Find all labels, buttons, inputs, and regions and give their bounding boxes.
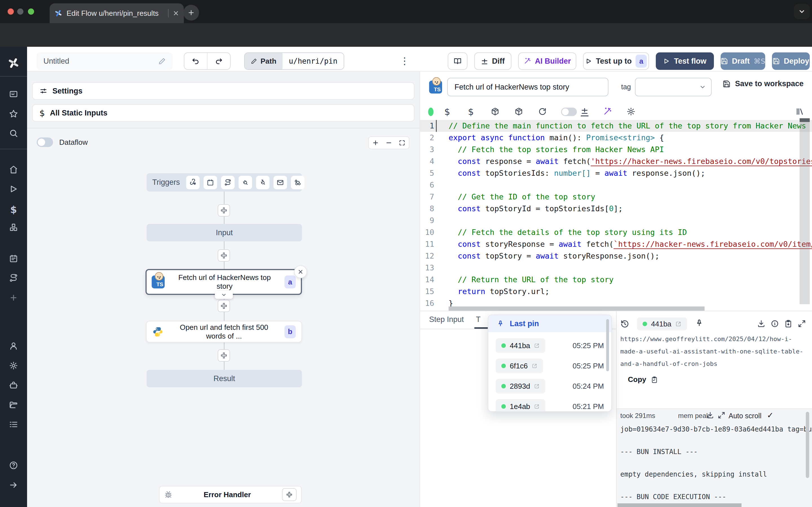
tag-select[interactable] <box>635 78 712 96</box>
sidebar-item-home[interactable] <box>0 165 27 174</box>
pin-result-icon[interactable] <box>695 319 703 327</box>
last-pin-option[interactable]: Last pin <box>488 315 611 332</box>
input-node[interactable]: Input <box>147 224 302 241</box>
pin-history-item[interactable]: 6f1c605:25 PM <box>488 356 611 376</box>
logs-vertical-scrollbar[interactable] <box>806 412 809 478</box>
add-step-button[interactable] <box>218 349 230 362</box>
flow-node-b[interactable]: Open url and fetch first 500 words of ..… <box>146 321 302 342</box>
error-handler-node[interactable]: Error Handler <box>159 486 302 503</box>
external-link-icon[interactable] <box>534 343 540 348</box>
add-step-button[interactable] <box>218 204 230 217</box>
copy-json-clipboard-icon[interactable] <box>784 320 793 328</box>
zoom-in-icon[interactable] <box>372 139 379 146</box>
add-error-handler-button[interactable] <box>282 488 297 501</box>
code-line[interactable]: 4 const response = await fetch('https://… <box>420 156 812 167</box>
sidebar-item-resources[interactable] <box>0 223 27 232</box>
sidebar-expand-icon[interactable] <box>0 481 27 490</box>
editor-settings-gear-icon[interactable] <box>626 107 636 116</box>
diff-button[interactable]: ± Diff <box>474 52 511 70</box>
package-icon[interactable] <box>491 107 500 116</box>
package-icon[interactable] <box>514 107 523 116</box>
tab-close-icon[interactable] <box>172 10 179 17</box>
sidebar-item-variables[interactable]: $ <box>0 204 27 215</box>
result-node[interactable]: Result <box>147 370 302 387</box>
editor-vertical-scrollbar[interactable] <box>800 118 810 304</box>
run-id-badge[interactable]: 6f1c6 <box>496 358 543 373</box>
log-output[interactable]: job=019634e7-9d30-b7cb-1e89-03a64ed441ba… <box>620 424 812 503</box>
collapse-node-chevron[interactable] <box>215 291 233 299</box>
traffic-light-zoom[interactable] <box>28 8 34 15</box>
external-link-icon[interactable] <box>534 383 540 389</box>
dataflow-toggle[interactable] <box>37 137 53 147</box>
code-line[interactable]: 9 <box>420 215 812 226</box>
sidebar-item-apps[interactable] <box>0 90 27 99</box>
sidebar-item-schedules[interactable] <box>0 254 27 263</box>
draft-button[interactable]: Draft ⌘S <box>721 52 765 70</box>
run-id-badge[interactable]: 1e4ab <box>496 399 545 412</box>
tab-test-partial[interactable]: T <box>476 315 481 324</box>
run-id-badge[interactable]: 2893d <box>496 379 545 393</box>
add-step-button[interactable] <box>218 300 230 312</box>
sidebar-item-triggers-routes[interactable] <box>0 274 27 283</box>
new-tab-button[interactable] <box>183 5 199 20</box>
code-line[interactable]: 1// Define the main function to fetch th… <box>420 120 812 132</box>
ai-builder-button[interactable]: AI Builder <box>518 52 576 70</box>
external-link-icon[interactable] <box>675 321 681 327</box>
save-to-workspace-button[interactable]: Save to workspace <box>723 79 804 88</box>
deploy-button[interactable]: Deploy <box>772 52 810 70</box>
editor-horizontal-scrollbar[interactable] <box>449 306 705 311</box>
reload-script-icon[interactable] <box>538 107 547 116</box>
redo-icon[interactable] <box>207 53 230 69</box>
code-line[interactable]: 7 // Get the ID of the top story <box>420 191 812 203</box>
ai-assist-wand-icon[interactable] <box>603 107 612 116</box>
remove-node-button[interactable] <box>294 265 307 278</box>
browser-tab[interactable]: Edit Flow u/henri/pin_results <box>50 3 184 23</box>
resources-icon[interactable]: $ <box>468 107 474 117</box>
download-result-icon[interactable] <box>757 320 765 328</box>
code-line[interactable]: 14 // Return the URL of the top story <box>420 274 812 286</box>
flow-title-field[interactable]: Untitled <box>37 52 172 70</box>
dropdown-scrollbar[interactable] <box>606 319 609 371</box>
sidebar-item-search[interactable] <box>0 129 27 138</box>
code-line[interactable]: 10 // Fetch the details of the top story… <box>420 226 812 238</box>
diff-mode-toggle[interactable] <box>561 108 577 116</box>
route-trigger-icon[interactable] <box>221 176 235 189</box>
editor-scroll-thumb[interactable] <box>800 118 810 122</box>
undo-icon[interactable] <box>185 53 207 69</box>
windmill-logo[interactable] <box>0 57 27 69</box>
sidebar-item-favorites[interactable] <box>0 109 27 118</box>
edit-title-pencil-icon[interactable] <box>158 57 166 65</box>
sidebar-item-add[interactable] <box>0 293 27 302</box>
more-options-kebab-icon[interactable]: ⋮ <box>400 55 409 66</box>
zoom-out-icon[interactable] <box>386 139 392 146</box>
download-logs-icon[interactable] <box>706 411 714 419</box>
traffic-light-minimize[interactable] <box>17 8 23 15</box>
external-link-icon[interactable] <box>532 363 538 369</box>
library-icon[interactable] <box>796 107 805 116</box>
docs-book-button[interactable] <box>448 52 467 70</box>
test-up-to-step-badge[interactable]: a <box>636 55 647 68</box>
test-up-to-button[interactable]: Test up to a <box>583 52 649 70</box>
webhook-trigger-icon[interactable] <box>186 176 200 189</box>
sidebar-item-help[interactable] <box>0 461 27 470</box>
code-line[interactable]: 6 <box>420 179 812 191</box>
pin-history-item[interactable]: 2893d05:24 PM <box>488 376 611 396</box>
sidebar-item-folders[interactable] <box>0 400 27 409</box>
code-line[interactable]: 12 const topStory = await storyResponse.… <box>420 250 812 262</box>
code-line[interactable]: 8 const topStoryId = topStoriesIds[0]; <box>420 203 812 215</box>
sidebar-item-workers[interactable] <box>0 381 27 390</box>
tab-search-caret[interactable] <box>794 4 810 19</box>
sidebar-item-runs[interactable] <box>0 184 27 193</box>
logs-horizontal-scrollbar[interactable] <box>617 503 742 507</box>
code-line[interactable]: 11 const storyResponse = await fetch(`ht… <box>420 238 812 250</box>
sidebar-item-settings[interactable] <box>0 361 27 370</box>
add-step-button[interactable] <box>218 249 230 262</box>
all-static-inputs-row[interactable]: $ All Static Inputs <box>32 104 414 122</box>
flow-settings-row[interactable]: Settings <box>32 82 414 100</box>
diff-icon[interactable]: ± <box>581 106 589 116</box>
pin-history-item[interactable]: 1e4ab05:21 PM <box>488 396 611 412</box>
sidebar-item-account[interactable] <box>0 341 27 350</box>
websocket-trigger-icon[interactable] <box>239 176 252 189</box>
email-trigger-icon[interactable] <box>273 176 287 189</box>
schedule-trigger-icon[interactable] <box>204 176 217 189</box>
